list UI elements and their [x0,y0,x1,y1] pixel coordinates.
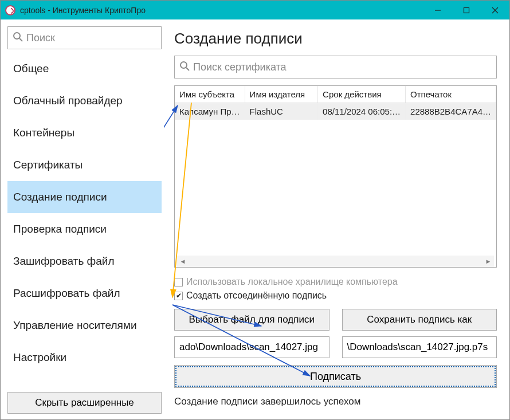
sign-button[interactable]: Подписать [174,365,497,388]
main-panel: Создание подписи Имя субъекта Имя издате… [164,19,509,419]
window-title: cptools - Инструменты КриптоПро [20,6,146,15]
title-bar: cptools - Инструменты КриптоПро [1,1,509,19]
certificate-search-input[interactable] [193,61,492,73]
search-icon [179,61,190,74]
minimize-icon [434,7,441,14]
page-title: Создание подписи [174,30,497,48]
col-subject[interactable]: Имя субъекта [175,86,245,103]
detached-signature-label: Создать отсоединённую подпись [186,291,327,301]
choose-file-button[interactable]: Выбрать файл для подписи [174,309,329,331]
cell-validity: 08/11/2024 06:05:… [318,103,406,120]
svg-rect-1 [464,7,469,13]
maximize-button[interactable] [452,1,481,19]
minimize-button[interactable] [423,1,452,19]
use-local-store-label: Использовать локальное хранилище компьют… [186,277,398,287]
cell-subject: Капсамун Пр… [175,103,245,120]
scroll-track[interactable] [189,256,482,266]
sidebar-search-input[interactable] [26,32,159,44]
svg-line-5 [19,38,22,41]
certificate-table: Имя субъекта Имя издателя Срок действия … [174,85,497,268]
col-issuer[interactable]: Имя издателя [245,86,318,103]
sidebar-item-8[interactable]: Управление носителями [7,309,162,342]
sidebar-item-0[interactable]: Общее [7,53,162,85]
table-row[interactable]: Капсамун Пр… FlashUC 08/11/2024 06:05:… … [175,103,496,120]
cell-thumbprint: 22888B2B4CA7A4… [406,103,496,120]
sidebar-item-1[interactable]: Облачный провайдер [7,85,162,117]
sidebar-search[interactable] [7,26,162,49]
sidebar-item-3[interactable]: Сертификаты [7,149,162,181]
svg-point-6 [181,62,187,68]
sidebar: ОбщееОблачный провайдерКонтейнерыСертифи… [1,19,164,419]
sidebar-item-5[interactable]: Проверка подписи [7,213,162,245]
sidebar-item-6[interactable]: Зашифровать файл [7,245,162,277]
maximize-icon [463,7,470,14]
window-controls [423,1,509,19]
save-signature-as-button[interactable]: Сохранить подпись как [342,309,497,331]
checkbox-unchecked-icon[interactable] [174,278,183,286]
status-text: Создание подписи завершилось успехом [174,396,497,407]
scroll-left-icon[interactable]: ◄ [177,256,189,267]
sidebar-item-9[interactable]: Настройки [7,342,162,374]
checkbox-checked-icon[interactable] [174,292,183,300]
close-button[interactable] [481,1,509,19]
close-icon [492,7,499,14]
sidebar-nav: ОбщееОблачный провайдерКонтейнерыСертифи… [7,53,162,392]
col-validity[interactable]: Срок действия [318,86,406,103]
col-thumbprint[interactable]: Отпечаток [406,86,496,103]
app-icon [5,5,15,15]
search-icon [13,32,23,45]
detached-signature-row[interactable]: Создать отсоединённую подпись [174,291,497,301]
cell-issuer: FlashUC [245,103,318,120]
sidebar-item-7[interactable]: Расшифровать файл [7,277,162,309]
sidebar-item-2[interactable]: Контейнеры [7,117,162,149]
svg-line-7 [186,68,189,70]
input-file-path[interactable]: ado\Downloads\scan_14027.jpg [174,336,329,358]
use-local-store-row[interactable]: Использовать локальное хранилище компьют… [174,277,497,287]
output-file-path[interactable]: \Downloads\scan_14027.jpg.p7s [342,336,497,358]
horizontal-scrollbar[interactable]: ◄ ► [177,256,494,267]
certificate-search[interactable] [174,56,497,78]
svg-point-4 [14,33,20,39]
scroll-right-icon[interactable]: ► [482,256,494,267]
sidebar-item-4[interactable]: Создание подписи [7,181,162,213]
hide-advanced-button[interactable]: Скрыть расширенные [7,392,162,414]
